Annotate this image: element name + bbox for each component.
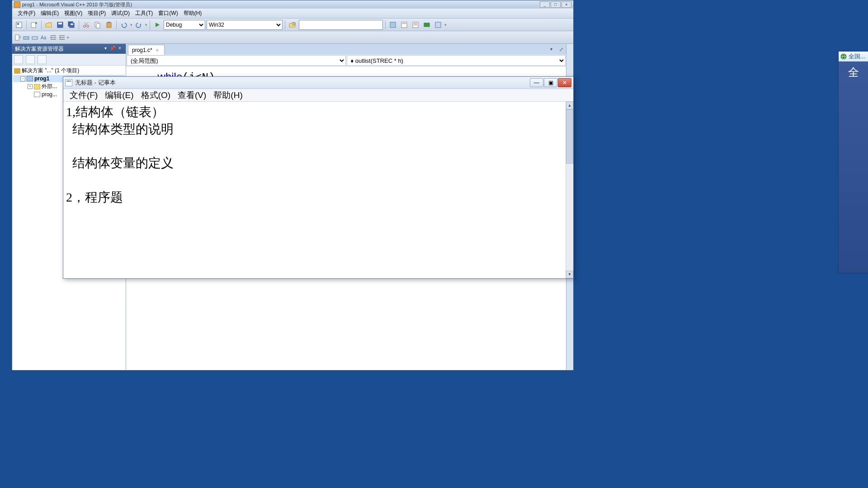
- vs-menu-debug[interactable]: 调试(D): [108, 9, 132, 18]
- notepad-maximize-button[interactable]: ▣: [544, 78, 557, 87]
- vs-toolbar-secondary: Aa ▾: [12, 31, 573, 44]
- vs-menu-help[interactable]: 帮助(H): [181, 9, 205, 18]
- tb-icon-1[interactable]: [388, 20, 398, 30]
- svg-rect-2: [31, 23, 36, 28]
- tb2-icon-1[interactable]: [14, 34, 21, 41]
- find-in-files-button[interactable]: [288, 20, 297, 30]
- partial-body-text: 全: [839, 61, 868, 83]
- svg-rect-25: [424, 23, 429, 27]
- notepad-menu-file[interactable]: 文件(F): [66, 89, 101, 102]
- toolbar2-overflow-icon[interactable]: ▾: [67, 35, 69, 40]
- svg-rect-26: [435, 22, 441, 28]
- tree-solution-node[interactable]: 解决方案 "..." (1 个项目): [13, 66, 125, 75]
- partial-titlebar[interactable]: 全国...: [839, 52, 868, 61]
- svg-rect-1: [17, 23, 19, 25]
- start-debug-button[interactable]: [152, 20, 162, 30]
- tb-icon-3[interactable]: [410, 20, 420, 30]
- indent-button[interactable]: [50, 34, 57, 41]
- se-tb-btn-3[interactable]: [38, 55, 47, 64]
- save-all-button[interactable]: [66, 20, 76, 30]
- notepad-titlebar[interactable]: 无标题 - 记事本 — ▣ ✕: [63, 77, 573, 89]
- save-button[interactable]: [55, 20, 65, 30]
- paste-button[interactable]: [104, 20, 114, 30]
- svg-rect-27: [15, 35, 19, 40]
- undo-button[interactable]: [119, 20, 129, 30]
- redo-button[interactable]: [134, 20, 144, 30]
- vs-menu-window[interactable]: 窗口(W): [156, 9, 180, 18]
- notepad-window: 无标题 - 记事本 — ▣ ✕ 文件(F) 编辑(E) 格式(O) 查看(V) …: [63, 76, 574, 279]
- partial-browser-window: 全国... 全: [838, 51, 868, 273]
- tab-list-dropdown[interactable]: ▾: [547, 47, 555, 55]
- tb-icon-2[interactable]: [399, 20, 409, 30]
- notepad-title-text: 无标题 - 记事本: [75, 79, 116, 87]
- cut-button[interactable]: [81, 20, 91, 30]
- vs-close-button[interactable]: ×: [561, 1, 571, 8]
- quick-find-input[interactable]: [299, 20, 383, 30]
- undo-dropdown-icon[interactable]: ▾: [130, 23, 132, 27]
- vs-minimize-button[interactable]: _: [540, 1, 550, 8]
- add-item-button[interactable]: [29, 20, 39, 30]
- tab-fullscreen-button[interactable]: ⤢: [557, 47, 565, 55]
- scroll-up-button[interactable]: ▲: [566, 102, 573, 109]
- copy-button[interactable]: [93, 20, 103, 30]
- se-tb-btn-1[interactable]: [14, 55, 23, 64]
- vs-menu-file[interactable]: 文件(F): [15, 9, 38, 18]
- notepad-text-area[interactable]: 1,结构体（链表） 结构体类型的说明 结构体变量的定义 2，程序题: [63, 102, 566, 278]
- scope-right-select[interactable]: ♦ outlist(STREC * h): [347, 55, 566, 66]
- open-button[interactable]: [44, 20, 54, 30]
- solution-explorer-title: 解决方案资源管理器: [15, 45, 64, 53]
- outdent-button[interactable]: [58, 34, 66, 41]
- tb2-icon-2[interactable]: [23, 34, 30, 41]
- collapse-icon[interactable]: −: [20, 76, 25, 81]
- svg-rect-9: [71, 23, 73, 25]
- panel-dropdown-button[interactable]: ▾: [102, 46, 108, 52]
- vs-menubar: 文件(F) 编辑(E) 视图(V) 项目(P) 调试(D) 工具(T) 窗口(W…: [12, 9, 573, 19]
- editor-tabbar: prog1.c* × ▾ ⤢: [126, 44, 566, 55]
- tb-icon-4[interactable]: [422, 20, 432, 30]
- notepad-menu-format[interactable]: 格式(O): [137, 89, 174, 102]
- tb2-icon-3[interactable]: [31, 34, 38, 41]
- new-project-button[interactable]: [14, 20, 24, 30]
- vs-maximize-button[interactable]: □: [551, 1, 561, 8]
- svg-point-10: [84, 25, 86, 27]
- vs-titlebar[interactable]: prog1 - Microsoft Visual C++ 2010 学习版(管理…: [12, 0, 573, 9]
- tb2-icon-4[interactable]: Aa: [40, 34, 47, 41]
- vs-menu-tools[interactable]: 工具(T): [132, 9, 156, 18]
- notepad-app-icon: [65, 79, 72, 86]
- svg-rect-19: [390, 22, 396, 28]
- vs-menu-view[interactable]: 视图(V): [61, 9, 85, 18]
- scope-bar: (全局范围) ♦ outlist(STREC * h): [126, 55, 566, 66]
- file-icon: [34, 92, 40, 97]
- scope-left-select[interactable]: (全局范围): [127, 55, 346, 66]
- svg-text:Aa: Aa: [41, 35, 47, 40]
- notepad-minimize-button[interactable]: —: [530, 78, 543, 87]
- platform-select[interactable]: Win32: [207, 20, 283, 30]
- notepad-menubar: 文件(F) 编辑(E) 格式(O) 查看(V) 帮助(H): [63, 89, 573, 102]
- editor-tab-prog1[interactable]: prog1.c* ×: [128, 45, 165, 55]
- toolbar-overflow-icon[interactable]: ▾: [444, 23, 447, 27]
- scroll-down-button[interactable]: ▼: [566, 271, 573, 278]
- scroll-thumb[interactable]: [566, 109, 573, 164]
- notepad-menu-edit[interactable]: 编辑(E): [101, 89, 137, 102]
- expand-icon[interactable]: +: [28, 84, 33, 89]
- solution-explorer-toolbar: [12, 54, 126, 66]
- project-icon: [27, 76, 33, 81]
- notepad-menu-help[interactable]: 帮助(H): [210, 89, 246, 102]
- panel-close-button[interactable]: ×: [117, 46, 123, 52]
- svg-rect-15: [96, 23, 100, 28]
- notepad-scrollbar[interactable]: ▲ ▼: [566, 102, 573, 278]
- se-tb-btn-2[interactable]: [26, 55, 35, 64]
- partial-title-text: 全国...: [849, 52, 865, 61]
- panel-pin-button[interactable]: 📌: [109, 46, 116, 52]
- notepad-menu-view[interactable]: 查看(V): [174, 89, 210, 102]
- svg-rect-6: [58, 23, 62, 24]
- vs-menu-edit[interactable]: 编辑(E): [38, 9, 61, 18]
- notepad-close-button[interactable]: ✕: [558, 78, 571, 87]
- svg-rect-29: [32, 37, 38, 39]
- config-select[interactable]: Debug: [164, 20, 205, 30]
- redo-dropdown-icon[interactable]: ▾: [145, 23, 147, 27]
- tb-icon-5[interactable]: [433, 20, 443, 30]
- vs-menu-project[interactable]: 项目(P): [85, 9, 108, 18]
- tab-close-button[interactable]: ×: [154, 47, 160, 53]
- solution-explorer-titlebar[interactable]: 解决方案资源管理器 ▾ 📌 ×: [12, 44, 126, 54]
